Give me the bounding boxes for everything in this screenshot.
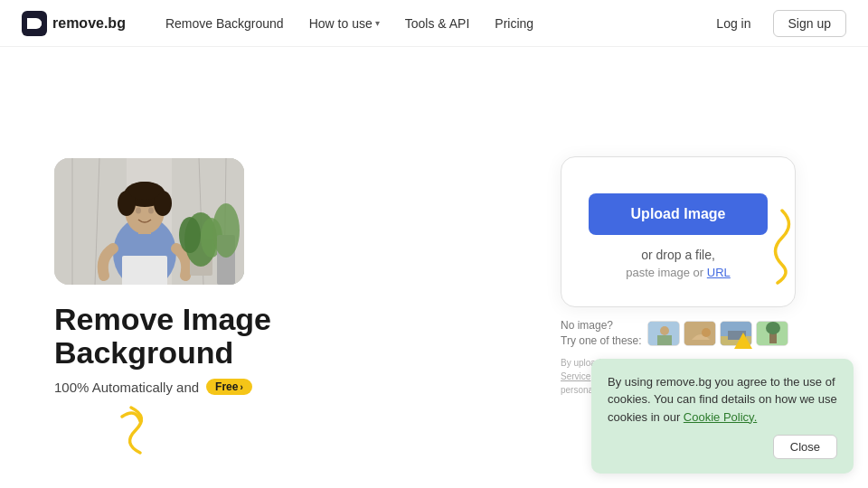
navbar: remove.bg Remove Background How to use ▾… bbox=[0, 0, 868, 47]
svg-point-36 bbox=[766, 322, 780, 334]
svg-point-27 bbox=[660, 326, 669, 335]
free-badge: Free › bbox=[206, 379, 252, 395]
nav-tools-api[interactable]: Tools & API bbox=[394, 11, 481, 36]
hero-left: Remove Image Background 100% Automatical… bbox=[54, 158, 542, 396]
cookie-notice: By using remove.bg you agree to the use … bbox=[591, 359, 854, 474]
hero-subtitle: 100% Automatically and Free › bbox=[54, 379, 542, 395]
logo[interactable]: remove.bg bbox=[22, 11, 126, 36]
svg-rect-29 bbox=[684, 322, 716, 346]
nav-links: Remove Background How to use ▾ Tools & A… bbox=[155, 11, 705, 36]
nav-pricing[interactable]: Pricing bbox=[484, 11, 544, 36]
decoration-squiggle-top-right bbox=[728, 206, 796, 291]
cookie-text: By using remove.bg you agree to the use … bbox=[608, 373, 837, 427]
svg-rect-18 bbox=[122, 256, 167, 285]
main-content: Remove Image Background 100% Automatical… bbox=[0, 47, 868, 488]
svg-point-17 bbox=[148, 207, 154, 213]
sample-thumb-1[interactable] bbox=[647, 321, 680, 346]
nav-remove-background[interactable]: Remove Background bbox=[155, 11, 295, 36]
svg-point-24 bbox=[212, 203, 240, 258]
svg-point-16 bbox=[136, 207, 141, 213]
login-button[interactable]: Log in bbox=[705, 11, 761, 36]
svg-rect-28 bbox=[657, 335, 672, 346]
hero-text: Remove Image Background 100% Automatical… bbox=[54, 303, 542, 396]
nav-actions: Log in Sign up bbox=[705, 10, 846, 37]
no-image-text: No image? Try one of these: bbox=[561, 318, 642, 349]
chevron-down-icon: ▾ bbox=[375, 18, 380, 28]
cookie-policy-link[interactable]: Cookie Policy. bbox=[684, 410, 757, 424]
hero-title: Remove Image Background bbox=[54, 303, 542, 371]
hero-image bbox=[54, 158, 244, 285]
url-link[interactable]: URL bbox=[707, 266, 731, 279]
decoration-triangle bbox=[734, 333, 752, 352]
samples-row: No image? Try one of these: bbox=[561, 318, 796, 349]
svg-point-30 bbox=[702, 328, 711, 337]
logo-icon bbox=[22, 11, 47, 36]
svg-point-15 bbox=[128, 182, 161, 200]
svg-point-21 bbox=[179, 217, 201, 253]
drop-text: or drop a file, bbox=[641, 248, 715, 262]
nav-how-to-use[interactable]: How to use ▾ bbox=[298, 11, 391, 36]
decoration-squiggle-bottom-left bbox=[104, 399, 163, 465]
sample-thumb-2[interactable] bbox=[684, 321, 716, 346]
logo-text: remove.bg bbox=[52, 15, 126, 32]
signup-button[interactable]: Sign up bbox=[773, 10, 846, 37]
cookie-close-button[interactable]: Close bbox=[773, 435, 837, 459]
svg-marker-25 bbox=[734, 333, 752, 349]
sample-thumb-4[interactable] bbox=[756, 321, 788, 346]
sample-thumbnails bbox=[647, 321, 788, 346]
paste-url-text: paste image or URL bbox=[626, 266, 731, 279]
svg-point-1 bbox=[34, 20, 42, 27]
